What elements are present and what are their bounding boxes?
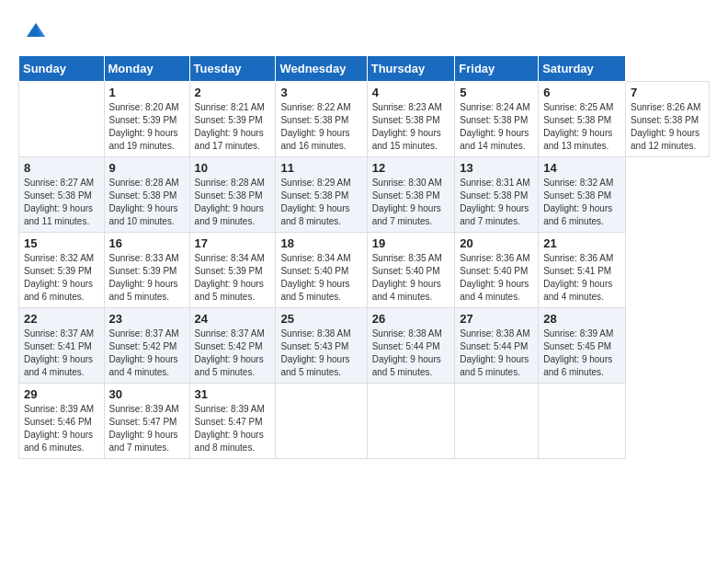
day-number: 1 — [109, 86, 185, 99]
calendar-week-row: 22 Sunrise: 8:37 AM Sunset: 5:41 PM Dayl… — [19, 308, 710, 384]
calendar-cell: 10 Sunrise: 8:28 AM Sunset: 5:38 PM Dayl… — [189, 157, 276, 233]
day-info: Sunrise: 8:26 AM Sunset: 5:38 PM Dayligh… — [631, 101, 704, 153]
calendar-cell: 1 Sunrise: 8:20 AM Sunset: 5:39 PM Dayli… — [104, 82, 189, 157]
calendar-cell — [19, 82, 105, 157]
day-number: 14 — [543, 161, 620, 175]
calendar-cell: 22 Sunrise: 8:37 AM Sunset: 5:41 PM Dayl… — [19, 308, 105, 384]
calendar-cell: 13 Sunrise: 8:31 AM Sunset: 5:38 PM Dayl… — [455, 157, 539, 233]
day-number: 24 — [195, 312, 271, 326]
day-info: Sunrise: 8:20 AM Sunset: 5:39 PM Dayligh… — [109, 101, 185, 153]
day-info: Sunrise: 8:39 AM Sunset: 5:46 PM Dayligh… — [24, 403, 99, 454]
calendar-header-row: SundayMondayTuesdayWednesdayThursdayFrid… — [19, 56, 710, 82]
day-number: 17 — [195, 236, 271, 250]
calendar-cell: 4 Sunrise: 8:23 AM Sunset: 5:38 PM Dayli… — [367, 82, 455, 157]
calendar-day-header: Monday — [104, 56, 189, 82]
calendar-cell: 27 Sunrise: 8:38 AM Sunset: 5:44 PM Dayl… — [455, 308, 539, 384]
day-number: 3 — [280, 86, 361, 99]
calendar-day-header: Saturday — [539, 56, 626, 82]
day-info: Sunrise: 8:24 AM Sunset: 5:38 PM Dayligh… — [460, 101, 533, 153]
day-number: 30 — [109, 387, 185, 401]
calendar-day-header: Wednesday — [276, 56, 367, 82]
day-number: 12 — [372, 161, 450, 175]
day-info: Sunrise: 8:34 AM Sunset: 5:40 PM Dayligh… — [280, 252, 361, 304]
day-number: 29 — [24, 387, 99, 401]
calendar-cell: 28 Sunrise: 8:39 AM Sunset: 5:45 PM Dayl… — [539, 308, 626, 384]
calendar-cell: 25 Sunrise: 8:38 AM Sunset: 5:43 PM Dayl… — [276, 308, 367, 384]
day-info: Sunrise: 8:22 AM Sunset: 5:38 PM Dayligh… — [280, 101, 361, 153]
day-info: Sunrise: 8:37 AM Sunset: 5:41 PM Dayligh… — [24, 327, 99, 379]
day-number: 22 — [24, 312, 99, 326]
day-info: Sunrise: 8:27 AM Sunset: 5:38 PM Dayligh… — [24, 177, 99, 228]
calendar-cell: 8 Sunrise: 8:27 AM Sunset: 5:38 PM Dayli… — [19, 157, 105, 233]
day-number: 21 — [543, 236, 620, 250]
calendar-day-header: Sunday — [19, 56, 105, 82]
day-info: Sunrise: 8:28 AM Sunset: 5:38 PM Dayligh… — [109, 177, 185, 228]
day-info: Sunrise: 8:39 AM Sunset: 5:45 PM Dayligh… — [543, 327, 620, 379]
calendar-body: 1 Sunrise: 8:20 AM Sunset: 5:39 PM Dayli… — [19, 82, 710, 459]
calendar-day-header: Tuesday — [189, 56, 276, 82]
day-number: 20 — [460, 236, 533, 250]
calendar-week-row: 8 Sunrise: 8:27 AM Sunset: 5:38 PM Dayli… — [19, 157, 710, 233]
day-number: 18 — [280, 236, 361, 250]
day-info: Sunrise: 8:28 AM Sunset: 5:38 PM Dayligh… — [195, 177, 271, 228]
day-info: Sunrise: 8:35 AM Sunset: 5:40 PM Dayligh… — [372, 252, 450, 304]
calendar-cell — [455, 384, 539, 459]
logo-icon — [22, 18, 50, 46]
day-info: Sunrise: 8:32 AM Sunset: 5:38 PM Dayligh… — [543, 177, 620, 228]
day-info: Sunrise: 8:36 AM Sunset: 5:40 PM Dayligh… — [460, 252, 533, 304]
day-number: 8 — [24, 161, 99, 175]
day-number: 28 — [543, 312, 620, 326]
calendar-cell — [276, 384, 367, 459]
calendar-cell: 14 Sunrise: 8:32 AM Sunset: 5:38 PM Dayl… — [539, 157, 626, 233]
day-info: Sunrise: 8:38 AM Sunset: 5:43 PM Dayligh… — [280, 327, 361, 379]
day-number: 25 — [280, 312, 361, 326]
day-info: Sunrise: 8:33 AM Sunset: 5:39 PM Dayligh… — [109, 252, 185, 304]
calendar-cell: 30 Sunrise: 8:39 AM Sunset: 5:47 PM Dayl… — [104, 384, 189, 459]
day-info: Sunrise: 8:29 AM Sunset: 5:38 PM Dayligh… — [280, 177, 361, 228]
calendar-cell — [367, 384, 455, 459]
day-number: 27 — [460, 312, 533, 326]
day-number: 5 — [460, 86, 533, 99]
day-number: 13 — [460, 161, 533, 175]
day-info: Sunrise: 8:31 AM Sunset: 5:38 PM Dayligh… — [460, 177, 533, 228]
calendar-cell: 23 Sunrise: 8:37 AM Sunset: 5:42 PM Dayl… — [104, 308, 189, 384]
calendar-day-header: Friday — [455, 56, 539, 82]
day-number: 31 — [195, 387, 271, 401]
calendar-cell: 20 Sunrise: 8:36 AM Sunset: 5:40 PM Dayl… — [455, 233, 539, 308]
day-info: Sunrise: 8:36 AM Sunset: 5:41 PM Dayligh… — [543, 252, 620, 304]
day-number: 16 — [109, 236, 185, 250]
day-info: Sunrise: 8:21 AM Sunset: 5:39 PM Dayligh… — [195, 101, 271, 153]
calendar-cell: 29 Sunrise: 8:39 AM Sunset: 5:46 PM Dayl… — [19, 384, 105, 459]
day-info: Sunrise: 8:25 AM Sunset: 5:38 PM Dayligh… — [543, 101, 620, 153]
calendar-cell: 7 Sunrise: 8:26 AM Sunset: 5:38 PM Dayli… — [626, 82, 710, 157]
day-number: 19 — [372, 236, 450, 250]
page-header — [18, 18, 710, 46]
day-number: 7 — [631, 86, 704, 99]
day-number: 26 — [372, 312, 450, 326]
day-info: Sunrise: 8:37 AM Sunset: 5:42 PM Dayligh… — [195, 327, 271, 379]
day-number: 11 — [280, 161, 361, 175]
day-info: Sunrise: 8:23 AM Sunset: 5:38 PM Dayligh… — [372, 101, 450, 153]
calendar-cell: 3 Sunrise: 8:22 AM Sunset: 5:38 PM Dayli… — [276, 82, 367, 157]
calendar-cell: 11 Sunrise: 8:29 AM Sunset: 5:38 PM Dayl… — [276, 157, 367, 233]
calendar-week-row: 15 Sunrise: 8:32 AM Sunset: 5:39 PM Dayl… — [19, 233, 710, 308]
calendar-cell: 18 Sunrise: 8:34 AM Sunset: 5:40 PM Dayl… — [276, 233, 367, 308]
day-info: Sunrise: 8:30 AM Sunset: 5:38 PM Dayligh… — [372, 177, 450, 228]
day-info: Sunrise: 8:32 AM Sunset: 5:39 PM Dayligh… — [24, 252, 99, 304]
calendar-table: SundayMondayTuesdayWednesdayThursdayFrid… — [18, 55, 710, 459]
calendar-cell: 17 Sunrise: 8:34 AM Sunset: 5:39 PM Dayl… — [189, 233, 276, 308]
day-number: 4 — [372, 86, 450, 99]
logo — [18, 18, 50, 46]
calendar-cell: 31 Sunrise: 8:39 AM Sunset: 5:47 PM Dayl… — [189, 384, 276, 459]
day-number: 2 — [195, 86, 271, 99]
calendar-cell: 2 Sunrise: 8:21 AM Sunset: 5:39 PM Dayli… — [189, 82, 276, 157]
calendar-cell: 9 Sunrise: 8:28 AM Sunset: 5:38 PM Dayli… — [104, 157, 189, 233]
calendar-cell: 19 Sunrise: 8:35 AM Sunset: 5:40 PM Dayl… — [367, 233, 455, 308]
calendar-day-header: Thursday — [367, 56, 455, 82]
calendar-cell: 26 Sunrise: 8:38 AM Sunset: 5:44 PM Dayl… — [367, 308, 455, 384]
day-info: Sunrise: 8:38 AM Sunset: 5:44 PM Dayligh… — [372, 327, 450, 379]
calendar-cell: 21 Sunrise: 8:36 AM Sunset: 5:41 PM Dayl… — [539, 233, 626, 308]
day-number: 15 — [24, 236, 99, 250]
calendar-cell: 6 Sunrise: 8:25 AM Sunset: 5:38 PM Dayli… — [539, 82, 626, 157]
calendar-cell: 24 Sunrise: 8:37 AM Sunset: 5:42 PM Dayl… — [189, 308, 276, 384]
